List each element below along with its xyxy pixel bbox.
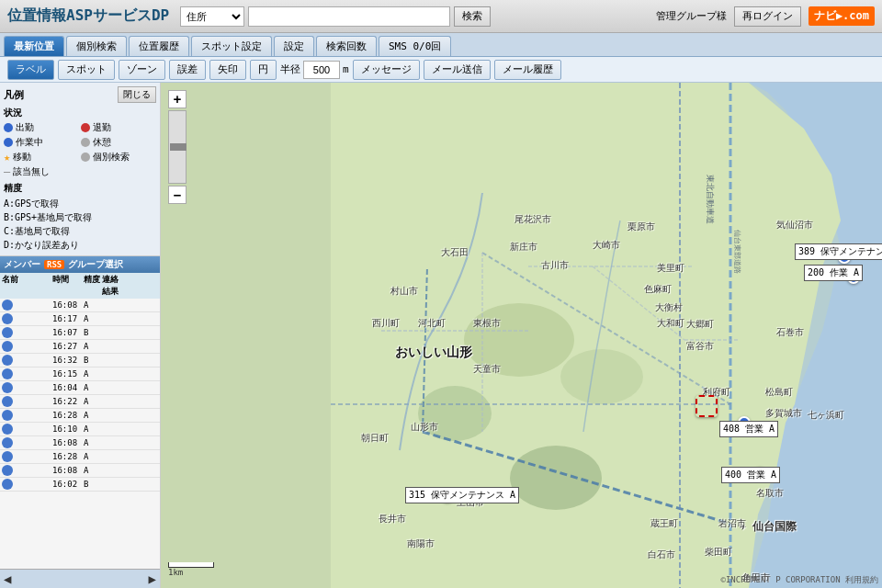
map-svg: 東北自動車道 仙台東部道路 — [161, 83, 882, 588]
member-row[interactable]: 16:08 A — [0, 436, 160, 450]
member-avatar — [2, 424, 13, 435]
zoom-slider[interactable] — [168, 110, 187, 184]
legend-status-title: 状況 — [4, 107, 156, 119]
member-avatar — [2, 396, 13, 407]
member-time: 16:17 — [52, 314, 84, 323]
map-area[interactable]: 東北自動車道 仙台東部道路 おいしい山形 ✈ 仙台国際 西川町 河北町 東根市 … — [161, 83, 882, 588]
member-row[interactable]: 16:07 B — [0, 326, 160, 340]
member-row[interactable]: 16:32 B — [0, 354, 160, 368]
member-row[interactable]: 16:08 A — [0, 464, 160, 478]
tab-search-count[interactable]: 検索回数 — [316, 36, 377, 56]
col-contact: 連絡結果 — [102, 274, 120, 298]
logo: ナビ▶.com — [808, 6, 875, 26]
main: 凡例 閉じる 状況 出勤 退勤 作業中 休憩 — [0, 83, 882, 588]
city-oosato: 大郷町 — [686, 318, 714, 331]
member-time: 16:02 — [52, 480, 84, 489]
zoom-handle[interactable] — [170, 143, 187, 151]
group-select-label[interactable]: グループ選択 — [68, 258, 123, 271]
city-kahoku: 河北町 — [418, 317, 446, 330]
member-name-cell — [2, 424, 52, 435]
individual-dot — [81, 153, 90, 162]
member-time: 16:08 — [52, 300, 84, 310]
header-right: 管理グループ様 再ログイン ナビ▶.com — [656, 6, 875, 27]
city-shinjo: 新庄市 — [510, 241, 537, 254]
member-row[interactable]: 16:28 A — [0, 450, 160, 464]
legend-panel: 凡例 閉じる 状況 出勤 退勤 作業中 休憩 — [0, 83, 160, 256]
toolbar: ラベル スポット ゾーン 誤差 矢印 円 半径 m メッセージ メール送信 メー… — [0, 57, 882, 83]
message-btn[interactable]: メッセージ — [353, 60, 420, 80]
scale-label: 1km — [168, 568, 183, 577]
tool-zone-btn[interactable]: ゾーン — [119, 60, 165, 80]
search-area: 住所 スポット 電話番号 検索 — [180, 6, 656, 27]
mail-send-btn[interactable]: メール送信 — [424, 60, 491, 80]
individual-label: 個別検索 — [93, 151, 130, 164]
zoom-in-btn[interactable]: + — [168, 90, 187, 108]
city-shiroishi: 白石市 — [648, 548, 675, 561]
search-button[interactable]: 検索 — [454, 6, 491, 27]
city-furukawa: 古川市 — [541, 259, 569, 272]
member-precision: A — [84, 383, 102, 392]
tool-label-btn[interactable]: ラベル — [7, 60, 54, 80]
tab-settings[interactable]: 設定 — [274, 36, 314, 56]
tab-spot[interactable]: スポット設定 — [191, 36, 272, 56]
header: 位置情報ASPサービスDP 住所 スポット 電話番号 検索 管理グループ様 再ロ… — [0, 0, 882, 33]
member-row[interactable]: 16:17 A — [0, 312, 160, 326]
radius-input[interactable] — [303, 61, 340, 79]
tab-latest[interactable]: 最新位置 — [4, 36, 64, 56]
tab-sms[interactable]: SMS 0/0回 — [379, 36, 451, 56]
precision-d: D:かなり誤差あり — [4, 238, 156, 252]
city-higashine: 東根市 — [473, 317, 501, 330]
move-star: ★ — [4, 151, 10, 164]
search-type-select[interactable]: 住所 スポット 電話番号 — [180, 6, 244, 27]
nav-next-arrow[interactable]: ▶ — [149, 571, 156, 586]
city-nishikawa: 西川町 — [372, 317, 400, 330]
member-time: 16:32 — [52, 356, 84, 365]
nav-prev-arrow[interactable]: ◀ — [4, 571, 11, 586]
precision-a: A:GPSで取得 — [4, 197, 156, 210]
tab-individual[interactable]: 個別検索 — [66, 36, 127, 56]
member-row[interactable]: 16:04 A — [0, 381, 160, 395]
marker-red-outline[interactable] — [695, 395, 718, 417]
legend-title: 凡例 — [4, 88, 24, 102]
tab-history[interactable]: 位置履歴 — [129, 36, 189, 56]
member-row[interactable]: 16:02 B — [0, 478, 160, 492]
member-row[interactable]: 16:28 A — [0, 409, 160, 423]
city-nagaoi: 長井市 — [379, 513, 406, 526]
member-header: メンバー RSS グループ選択 — [0, 256, 160, 273]
member-row[interactable]: 16:27 A — [0, 340, 160, 354]
rss-badge[interactable]: RSS — [44, 260, 64, 269]
col-name: 名前 — [2, 274, 52, 298]
member-precision: B — [84, 328, 102, 337]
legend-close-btn[interactable]: 閉じる — [118, 86, 156, 103]
tool-spot-btn[interactable]: スポット — [58, 60, 115, 80]
mail-history-btn[interactable]: メール履歴 — [494, 60, 561, 80]
admin-label: 管理グループ様 — [656, 9, 727, 23]
tool-error-btn[interactable]: 誤差 — [169, 60, 206, 80]
member-scroll[interactable]: 16:08 A 16:17 A 16:07 B 16:27 — [0, 299, 160, 569]
city-tomiya: 富谷市 — [686, 340, 714, 353]
zoom-out-btn[interactable]: − — [168, 186, 187, 204]
member-row[interactable]: 16:22 A — [0, 395, 160, 409]
legend-precision-list: A:GPSで取得 B:GPS+基地局で取得 C:基地局で取得 D:かなり誤差あり — [4, 197, 156, 252]
member-row[interactable]: 16:10 A — [0, 423, 160, 436]
col-precision: 精度 — [84, 274, 102, 298]
member-name-cell — [2, 368, 52, 379]
member-row[interactable]: 16:15 A — [0, 368, 160, 381]
svg-text:仙台東部道路: 仙台東部道路 — [733, 230, 741, 274]
member-row[interactable]: 16:08 A — [0, 299, 160, 312]
city-yamagata: おいしい山形 — [395, 345, 472, 361]
search-input[interactable] — [248, 6, 450, 27]
member-precision: A — [84, 300, 102, 310]
member-precision: A — [84, 411, 102, 420]
member-time: 16:04 — [52, 383, 84, 392]
svg-point-7 — [560, 349, 643, 404]
relogin-button[interactable]: 再ログイン — [734, 6, 801, 27]
member-name-cell — [2, 382, 52, 393]
tool-circle-btn[interactable]: 円 — [250, 60, 277, 80]
tool-arrow-btn[interactable]: 矢印 — [209, 60, 246, 80]
member-name-cell — [2, 396, 52, 407]
move-label: 移動 — [13, 151, 31, 164]
svg-point-5 — [510, 446, 602, 510]
city-shibata: 柴田町 — [705, 546, 732, 559]
precision-c: C:基地局で取得 — [4, 224, 156, 238]
